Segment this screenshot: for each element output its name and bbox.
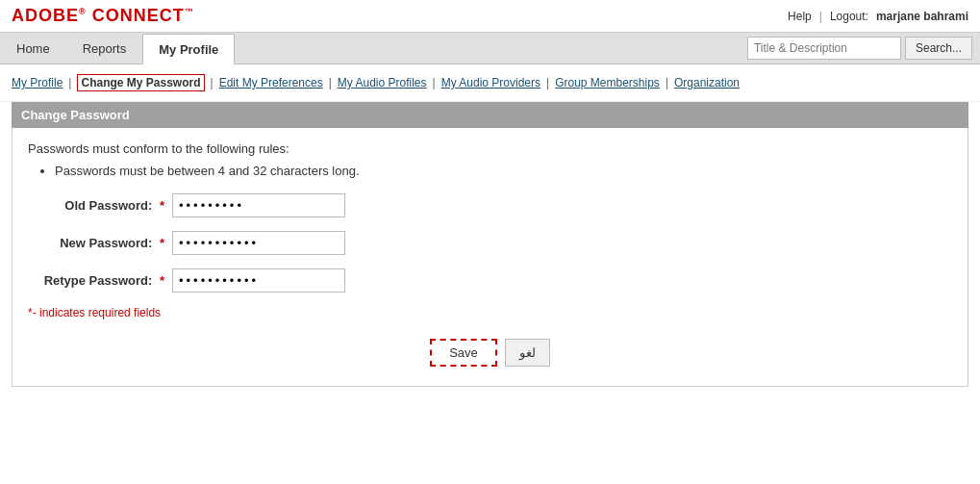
app-logo: ADOBE® CONNECT™: [12, 6, 194, 26]
sep6: |: [666, 76, 668, 89]
sep4: |: [433, 76, 436, 89]
nav-tab-reports[interactable]: Reports: [66, 33, 143, 64]
breadcrumb-organization[interactable]: Organization: [674, 76, 740, 89]
breadcrumb-change-password: Change My Password: [77, 74, 204, 91]
retype-required-star: *: [156, 273, 164, 288]
save-button[interactable]: Save: [430, 339, 497, 367]
sep1: |: [68, 76, 71, 89]
action-buttons: Save لغو: [28, 339, 952, 367]
top-bar: ADOBE® CONNECT™ Help | Logout: marjane b…: [0, 0, 980, 33]
old-password-label: Old Password: *: [28, 198, 172, 213]
retype-password-row: Retype Password: *: [28, 268, 952, 293]
breadcrumb-nav: My Profile | Change My Password | Edit M…: [0, 64, 980, 102]
nav-bar: Home Reports My Profile Search...: [0, 33, 980, 64]
nav-tab-myprofile[interactable]: My Profile: [142, 34, 235, 64]
new-password-label: New Password: *: [28, 236, 172, 250]
old-password-row: Old Password: *: [28, 193, 952, 217]
breadcrumb-audio-providers[interactable]: My Audio Providers: [441, 76, 540, 89]
help-link[interactable]: Help: [788, 10, 812, 23]
breadcrumb-my-profile[interactable]: My Profile: [12, 76, 63, 89]
section-header: Change Password: [12, 102, 968, 128]
rules-intro: Passwords must conform to the following …: [28, 141, 952, 156]
separator: |: [819, 10, 822, 23]
sep2: |: [211, 76, 214, 89]
top-right-area: Help | Logout: marjane bahrami: [788, 10, 968, 23]
sep5: |: [546, 76, 549, 89]
section-body: Passwords must conform to the following …: [12, 128, 968, 387]
new-password-input[interactable]: [172, 231, 345, 255]
retype-password-input[interactable]: [172, 268, 345, 293]
rule-item: Passwords must be between 4 and 32 chara…: [55, 164, 952, 178]
cancel-button[interactable]: لغو: [505, 339, 550, 367]
content: Change Password Passwords must conform t…: [0, 102, 980, 406]
new-password-row: New Password: *: [28, 231, 952, 255]
logout-label: Logout:: [830, 10, 868, 23]
section-title: Change Password: [21, 108, 130, 122]
nav-tab-home[interactable]: Home: [0, 33, 66, 64]
breadcrumb-edit-prefs[interactable]: Edit My Preferences: [219, 76, 323, 89]
new-required-star: *: [156, 236, 164, 250]
breadcrumb-audio-profiles[interactable]: My Audio Profiles: [338, 76, 427, 89]
sep3: |: [329, 76, 332, 89]
rules-list: Passwords must be between 4 and 32 chara…: [55, 164, 952, 178]
retype-password-label: Retype Password: *: [28, 273, 172, 288]
old-password-input[interactable]: [172, 193, 345, 217]
search-button[interactable]: Search...: [905, 37, 972, 60]
breadcrumb-group-memberships[interactable]: Group Memberships: [555, 76, 660, 89]
nav-tabs: Home Reports My Profile: [0, 33, 235, 64]
search-area: Search...: [740, 33, 980, 64]
required-note: *- indicates required fields: [28, 306, 952, 319]
search-input[interactable]: [747, 37, 901, 60]
username: marjane bahrami: [876, 10, 968, 23]
old-required-star: *: [156, 198, 164, 213]
